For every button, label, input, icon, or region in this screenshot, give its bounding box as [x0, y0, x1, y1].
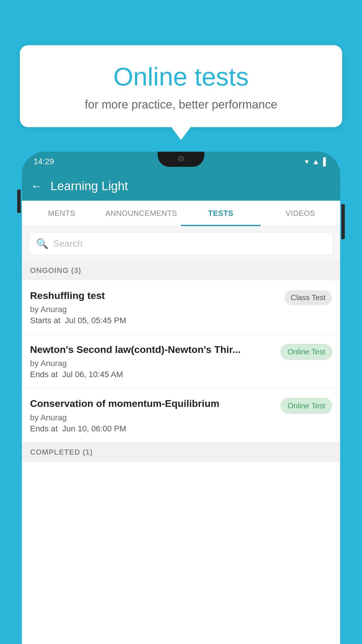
date-label-1: Starts at — [30, 316, 60, 325]
date-label-2: Ends at — [30, 370, 58, 379]
tab-announcements[interactable]: ANNOUNCEMENTS — [101, 201, 181, 226]
search-container: 🔍 Search — [22, 226, 340, 261]
bubble-title: Online tests — [34, 63, 328, 91]
power-button — [341, 204, 345, 239]
test-info-2: Newton's Second law(contd)-Newton's Thir… — [30, 343, 275, 379]
battery-icon: ▌ — [323, 157, 328, 166]
test-date-2: Ends at Jul 06, 10:45 AM — [30, 370, 275, 379]
app-header: ← Learning Light — [22, 172, 340, 201]
search-box[interactable]: 🔍 Search — [29, 232, 333, 255]
date-value-3: Jun 10, 06:00 PM — [62, 424, 126, 433]
date-label-3: Ends at — [30, 424, 58, 433]
phone-frame: 14:29 ▾ ▲ ▌ ← Learning Light MENTS ANNOU… — [22, 152, 340, 644]
ongoing-section-header: ONGOING (3) — [22, 261, 340, 280]
search-icon: 🔍 — [36, 238, 48, 249]
test-name-3: Conservation of momentum-Equilibrium — [30, 397, 275, 410]
volume-button — [17, 190, 21, 213]
test-item-1[interactable]: Reshuffling test by Anurag Starts at Jul… — [22, 280, 340, 334]
test-by-1: by Anurag — [30, 305, 279, 314]
tab-ments[interactable]: MENTS — [22, 201, 101, 226]
test-by-2: by Anurag — [30, 359, 275, 368]
phone-screen: ← Learning Light MENTS ANNOUNCEMENTS TES… — [22, 172, 340, 644]
bubble-subtitle: for more practice, better performance — [34, 98, 328, 111]
wifi-icon: ▾ — [305, 157, 309, 166]
signal-icon: ▲ — [312, 157, 320, 166]
test-item-3[interactable]: Conservation of momentum-Equilibrium by … — [22, 388, 340, 442]
test-info-1: Reshuffling test by Anurag Starts at Jul… — [30, 289, 279, 325]
completed-section-header: COMPLETED (1) — [22, 442, 340, 462]
back-button[interactable]: ← — [31, 180, 42, 193]
test-by-3: by Anurag — [30, 413, 275, 422]
search-placeholder: Search — [53, 238, 82, 249]
status-bar: 14:29 ▾ ▲ ▌ — [22, 152, 340, 172]
tabs-bar: MENTS ANNOUNCEMENTS TESTS VIDEOS — [22, 201, 340, 226]
app-title: Learning Light — [50, 179, 128, 193]
test-date-1: Starts at Jul 05, 05:45 PM — [30, 316, 279, 325]
promo-bubble: Online tests for more practice, better p… — [20, 45, 342, 127]
camera-icon — [178, 156, 184, 162]
test-item-2[interactable]: Newton's Second law(contd)-Newton's Thir… — [22, 334, 340, 388]
test-info-3: Conservation of momentum-Equilibrium by … — [30, 397, 275, 433]
badge-2: Online Test — [281, 344, 332, 360]
tab-videos[interactable]: VIDEOS — [261, 201, 340, 226]
status-icons: ▾ ▲ ▌ — [305, 157, 328, 166]
test-name-1: Reshuffling test — [30, 289, 279, 302]
date-value-2: Jul 06, 10:45 AM — [62, 370, 123, 379]
test-date-3: Ends at Jun 10, 06:00 PM — [30, 424, 275, 433]
badge-1: Class Test — [284, 290, 332, 305]
status-time: 14:29 — [34, 157, 54, 166]
tab-tests[interactable]: TESTS — [181, 201, 261, 226]
date-value-1: Jul 05, 05:45 PM — [65, 316, 126, 325]
test-name-2: Newton's Second law(contd)-Newton's Thir… — [30, 343, 275, 356]
notch — [158, 152, 204, 167]
badge-3: Online Test — [281, 398, 332, 414]
